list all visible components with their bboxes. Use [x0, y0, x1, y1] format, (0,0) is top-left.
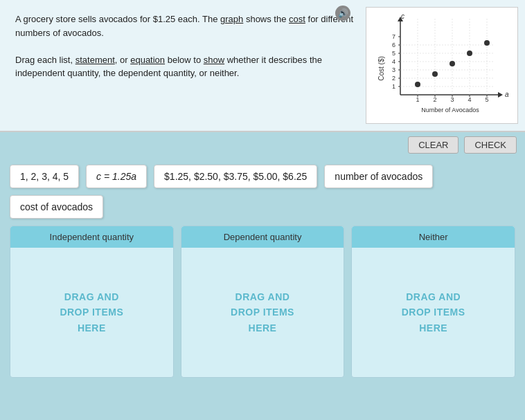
drag-text3: below to [165, 55, 204, 65]
statement-link[interactable]: statement [75, 55, 115, 65]
svg-text:5: 5 [392, 50, 395, 57]
speaker-icon: 🔊 [338, 8, 348, 18]
drag-card-4-label: number of avocados [335, 171, 422, 182]
svg-point-40 [432, 71, 438, 77]
graph-svg: Cost ($) 1 2 3 4 5 6 7 1 [373, 12, 511, 119]
svg-text:6: 6 [392, 42, 395, 48]
drag-card-2-label: c = 1.25a [96, 171, 136, 182]
problem-text-part2: shows the [243, 14, 289, 24]
svg-text:2: 2 [433, 96, 436, 103]
drag-card-5-label: cost of avocados [20, 201, 93, 212]
drop-zone-dependent-hint: DRAG AND DROP ITEMS HERE [231, 289, 294, 336]
drag-card-3-label: $1.25, $2.50, $3.75, $5.00, $6.25 [164, 171, 307, 182]
x-axis-bottom-label: Number of Avocados [421, 107, 479, 113]
equation-link[interactable]: equation [130, 55, 165, 65]
drag-text2: , or [115, 55, 130, 65]
svg-point-41 [450, 61, 455, 66]
problem-text: A grocery store sells avocados for $1.25… [7, 7, 366, 124]
svg-text:7: 7 [392, 33, 395, 40]
svg-text:5: 5 [485, 96, 488, 103]
drag-card-2[interactable]: c = 1.25a [86, 165, 147, 188]
drop-zone-neither-hint: DRAG AND DROP ITEMS HERE [402, 289, 465, 336]
svg-point-43 [484, 40, 490, 46]
svg-text:4: 4 [468, 96, 471, 103]
drop-zone-independent-header: Independent quantity [10, 226, 173, 248]
drop-zone-dependent-body: DRAG AND DROP ITEMS HERE [181, 248, 344, 377]
svg-text:2: 2 [392, 75, 395, 82]
svg-text:1: 1 [416, 96, 419, 103]
toolbar: CLEAR CHECK [0, 132, 525, 158]
drag-card-4[interactable]: number of avocados [324, 165, 433, 188]
svg-text:4: 4 [392, 58, 395, 65]
svg-text:3: 3 [392, 66, 395, 73]
drop-zone-neither[interactable]: Neither DRAG AND DROP ITEMS HERE [351, 226, 515, 378]
check-button[interactable]: CHECK [464, 136, 517, 154]
svg-point-42 [467, 51, 472, 56]
cost-link[interactable]: cost [289, 14, 305, 24]
show-link[interactable]: show [204, 55, 224, 65]
drop-zone-independent-hint: DRAG AND DROP ITEMS HERE [60, 289, 123, 336]
y-axis-letter: c [401, 12, 404, 20]
clear-button[interactable]: CLEAR [408, 136, 459, 154]
svg-point-39 [415, 82, 420, 87]
graph-link[interactable]: graph [220, 14, 243, 24]
y-axis-label: Cost ($) [377, 56, 385, 81]
svg-text:3: 3 [450, 96, 454, 103]
drop-zone-neither-header: Neither [352, 226, 515, 248]
x-axis-letter: a [505, 91, 509, 98]
graph-container: Cost ($) 1 2 3 4 5 6 7 1 [366, 7, 518, 124]
drop-zone-dependent-header: Dependent quantity [181, 226, 344, 248]
drag-text1: Drag each list, [15, 55, 75, 65]
drop-zones-row: Independent quantity DRAG AND DROP ITEMS… [0, 226, 525, 385]
drag-card-3[interactable]: $1.25, $2.50, $3.75, $5.00, $6.25 [154, 165, 317, 188]
drag-card-1-label: 1, 2, 3, 4, 5 [20, 171, 69, 182]
drag-card-5[interactable]: cost of avocados [10, 195, 103, 219]
svg-text:1: 1 [392, 83, 395, 90]
problem-text-part1: A grocery store sells avocados for $1.25… [15, 14, 220, 24]
drop-zone-independent-body: DRAG AND DROP ITEMS HERE [10, 248, 173, 377]
drag-items-row: 1, 2, 3, 4, 5 c = 1.25a $1.25, $2.50, $3… [0, 158, 525, 226]
drag-card-1[interactable]: 1, 2, 3, 4, 5 [10, 165, 79, 188]
speaker-button[interactable]: 🔊 [335, 6, 350, 21]
drop-zone-dependent[interactable]: Dependent quantity DRAG AND DROP ITEMS H… [181, 226, 345, 378]
top-section: A grocery store sells avocados for $1.25… [0, 0, 525, 132]
drop-zone-neither-body: DRAG AND DROP ITEMS HERE [352, 248, 515, 377]
drop-zone-independent[interactable]: Independent quantity DRAG AND DROP ITEMS… [10, 226, 174, 378]
svg-marker-3 [498, 92, 503, 98]
